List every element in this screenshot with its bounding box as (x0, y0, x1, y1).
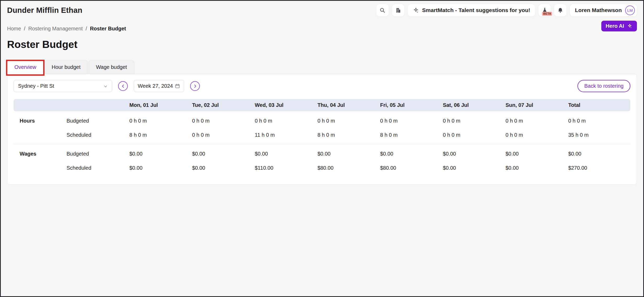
cell-value: $80.00 (317, 165, 379, 171)
cell-value: $0.00 (505, 151, 568, 157)
beta-badge: BETA (542, 12, 552, 16)
tab-overview[interactable]: Overview (7, 60, 43, 74)
smartmatch-button[interactable]: SmartMatch - Talent suggestions for you! (408, 4, 535, 16)
cell-value: $0.00 (254, 151, 317, 157)
cell-value: $0.00 (380, 151, 442, 157)
table-row: Scheduled $0.00 $0.00 $110.00 $80.00 $80… (14, 161, 630, 175)
breadcrumb-current: Roster Budget (90, 26, 126, 32)
tab-overview-label: Overview (14, 64, 36, 70)
location-select-value: Sydney - Pitt St (18, 83, 54, 89)
notifications-button[interactable] (554, 4, 566, 16)
cell-value: $0.00 (442, 165, 505, 171)
table-row: Hours Budgeted 0 h 0 m 0 h 0 m 0 h 0 m 0… (14, 114, 630, 128)
user-menu[interactable]: Loren Mathewson LM (570, 4, 637, 16)
cell-value: 0 h 0 m (191, 132, 254, 138)
cell-value: 0 h 0 m (254, 118, 317, 124)
user-name: Loren Mathewson (575, 7, 622, 13)
cell-total: 35 h 0 m (568, 132, 630, 138)
sparkle-icon (413, 7, 419, 13)
previous-week-button[interactable] (118, 81, 128, 91)
cell-total: 0 h 0 m (568, 118, 630, 124)
table-row: Wages Budgeted $0.00 $0.00 $0.00 $0.00 $… (14, 147, 630, 161)
top-bar: Dunder Mifflin Ethan (1, 1, 643, 17)
smartmatch-label: SmartMatch - Talent suggestions for you! (422, 7, 530, 13)
cell-value: 0 h 0 m (442, 132, 505, 138)
column-header-total: Total (568, 102, 630, 108)
column-header: Tue, 02 Jul (191, 102, 254, 108)
cell-total: $270.00 (568, 165, 630, 171)
tab-wage-budget-label: Wage budget (96, 64, 127, 70)
tab-bar: Overview Hour budget Wage budget (7, 60, 643, 74)
cell-value: 0 h 0 m (442, 118, 505, 124)
location-select[interactable]: Sydney - Pitt St (14, 80, 112, 92)
row-label: Scheduled (66, 132, 129, 138)
page-title: Roster Budget (7, 39, 637, 50)
sparkle-icon (627, 23, 632, 29)
table-header-row: Mon, 01 Jul Tue, 02 Jul Wed, 03 Jul Thu,… (14, 99, 630, 111)
overview-panel: Sydney - Pitt St Week 27, 2024 (7, 74, 637, 185)
tab-hour-budget[interactable]: Hour budget (44, 60, 88, 74)
cell-total: $0.00 (568, 151, 630, 157)
cell-value: 0 h 0 m (191, 118, 254, 124)
cell-value: $0.00 (317, 151, 379, 157)
cell-value: 8 h 0 m (317, 132, 379, 138)
column-header: Mon, 01 Jul (129, 102, 191, 108)
chevron-left-icon (121, 84, 125, 88)
row-group-label: Hours (14, 118, 66, 124)
breadcrumb-separator: / (86, 26, 87, 32)
breadcrumb: Home / Rostering Management / Roster Bud… (1, 26, 643, 32)
tab-hour-budget-label: Hour budget (52, 64, 80, 70)
breadcrumb-separator: / (24, 26, 25, 32)
budget-table: Mon, 01 Jul Tue, 02 Jul Wed, 03 Jul Thu,… (14, 99, 630, 177)
column-header: Sun, 07 Jul (505, 102, 568, 108)
avatar: LM (625, 6, 635, 15)
cell-value: $110.00 (254, 165, 317, 171)
cell-value: $0.00 (191, 165, 254, 171)
row-label: Scheduled (66, 165, 129, 171)
column-header: Thu, 04 Jul (317, 102, 379, 108)
cell-value: $0.00 (442, 151, 505, 157)
cell-value: 0 h 0 m (505, 132, 568, 138)
chevron-down-icon (103, 84, 108, 88)
controls-row: Sydney - Pitt St Week 27, 2024 (14, 80, 630, 92)
bell-icon (557, 7, 563, 13)
organisation-switcher-button[interactable] (392, 4, 404, 16)
row-label: Budgeted (66, 151, 129, 157)
cell-value: $0.00 (129, 165, 191, 171)
hours-group: Hours Budgeted 0 h 0 m 0 h 0 m 0 h 0 m 0… (14, 111, 630, 144)
table-row: Scheduled 8 h 0 m 0 h 0 m 11 h 0 m 8 h 0… (14, 128, 630, 142)
row-label: Budgeted (66, 118, 129, 124)
app-title: Dunder Mifflin Ethan (7, 6, 82, 15)
wages-group: Wages Budgeted $0.00 $0.00 $0.00 $0.00 $… (14, 144, 630, 177)
week-picker-value: Week 27, 2024 (138, 83, 173, 89)
hero-ai-label: Hero AI (606, 23, 624, 29)
cell-value: 0 h 0 m (129, 118, 191, 124)
cell-value: $80.00 (380, 165, 442, 171)
chevron-right-icon (193, 84, 197, 88)
column-header: Sat, 06 Jul (442, 102, 505, 108)
cell-value: 0 h 0 m (317, 118, 379, 124)
cell-value: 8 h 0 m (380, 132, 442, 138)
cell-value: 0 h 0 m (380, 118, 442, 124)
next-week-button[interactable] (190, 81, 200, 91)
labs-button[interactable]: BETA (538, 4, 551, 16)
cell-value: $0.00 (129, 151, 191, 157)
cell-value: $0.00 (505, 165, 568, 171)
row-group-label: Wages (14, 151, 66, 157)
breadcrumb-home[interactable]: Home (7, 26, 21, 32)
column-header: Fri, 05 Jul (380, 102, 442, 108)
hero-ai-button[interactable]: Hero AI (601, 21, 637, 31)
week-picker-input[interactable]: Week 27, 2024 (134, 80, 184, 92)
calendar-icon (175, 83, 180, 89)
column-header: Wed, 03 Jul (254, 102, 317, 108)
cell-value: 0 h 0 m (505, 118, 568, 124)
cell-value: 8 h 0 m (129, 132, 191, 138)
cell-value: 11 h 0 m (254, 132, 317, 138)
search-button[interactable] (376, 4, 389, 16)
top-bar-actions: SmartMatch - Talent suggestions for you!… (376, 4, 637, 16)
building-icon (395, 7, 401, 13)
search-icon (379, 7, 386, 13)
breadcrumb-rostering-management[interactable]: Rostering Management (28, 26, 83, 32)
back-to-rostering-button[interactable]: Back to rostering (577, 80, 630, 92)
tab-wage-budget[interactable]: Wage budget (89, 60, 134, 74)
